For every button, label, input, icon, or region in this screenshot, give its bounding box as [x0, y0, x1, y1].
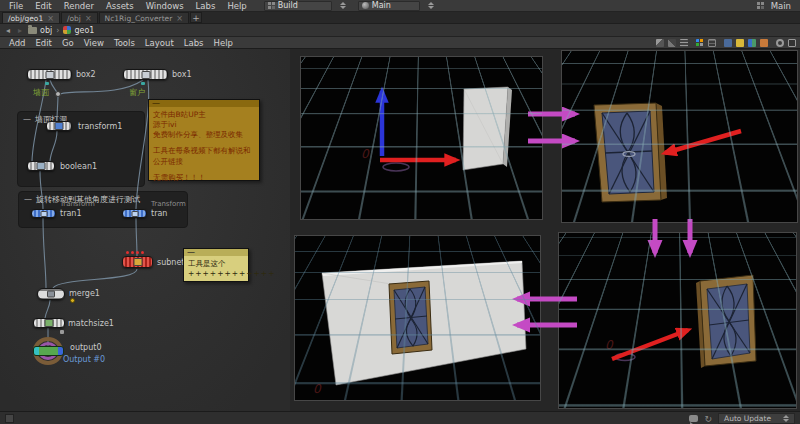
- node-box2-comment: 墙面: [33, 87, 49, 98]
- snap-icon[interactable]: [668, 39, 676, 47]
- menu-help[interactable]: Help: [222, 0, 251, 12]
- node-box1-label: box1: [172, 70, 192, 79]
- node-box2-flag[interactable]: [45, 82, 49, 85]
- notes-icon[interactable]: [736, 39, 744, 47]
- subnet-sop-icon: [133, 258, 142, 266]
- node-merge1-label: merge1: [69, 289, 100, 298]
- node-box2[interactable]: [27, 69, 72, 80]
- net-menu-edit[interactable]: Edit: [30, 38, 56, 48]
- note-collapse-icon[interactable]: —: [152, 99, 160, 108]
- display-options-icon[interactable]: [788, 39, 796, 47]
- scene-stepper[interactable]: [428, 2, 434, 9]
- table-view-icon[interactable]: [708, 39, 716, 47]
- tab-label: Nc1Rig_Converter: [105, 14, 173, 23]
- geometry-icon: [63, 26, 71, 34]
- note-collapse-icon[interactable]: —: [187, 248, 195, 257]
- menu-file[interactable]: File: [4, 0, 28, 12]
- path-breadcrumb-bar: ◂ ▸ obj › geo1: [0, 24, 800, 37]
- menu-edit[interactable]: Edit: [30, 0, 56, 12]
- auto-update-selector[interactable]: Auto Update: [718, 413, 795, 424]
- tab-close-icon[interactable]: ×: [85, 14, 92, 23]
- frame-collapse-icon[interactable]: —: [24, 195, 32, 204]
- pane-handle-icon[interactable]: [5, 414, 14, 423]
- main-menubar: File Edit Render Assets Windows Labs Hel…: [0, 0, 800, 12]
- node-boolean1[interactable]: [27, 161, 55, 171]
- refresh-icon[interactable]: ↻: [704, 414, 712, 424]
- node-tran1-type: Transform: [60, 200, 95, 208]
- merge-sop-icon: [47, 291, 55, 298]
- sticky-note-tool[interactable]: — 工具是这个 ++++++++++++: [183, 248, 249, 282]
- node-matchsize1[interactable]: [33, 318, 65, 328]
- transform-sop-icon: [40, 211, 47, 217]
- tab-obj[interactable]: /obj ×: [61, 12, 98, 23]
- net-menu-layout[interactable]: Layout: [140, 38, 179, 48]
- viewport-scene-door: [562, 51, 798, 223]
- viewport-bottom-left[interactable]: 0: [294, 235, 541, 401]
- sticky-note-credits[interactable]: — 文件由B站UP主 源于ivi 免费制作分享、整理及收集 工具在每条视频下都有…: [148, 99, 260, 181]
- node-boolean1-label: boolean1: [60, 162, 97, 171]
- note-line: 免费制作分享、整理及收集: [153, 130, 255, 140]
- dependency-icon[interactable]: [724, 39, 732, 47]
- desktop-selector[interactable]: Build: [264, 1, 332, 11]
- net-menu-labs[interactable]: Labs: [179, 38, 209, 48]
- list-view-icon[interactable]: [680, 39, 688, 47]
- message-bubble-icon[interactable]: [689, 415, 698, 422]
- desktop-right-label[interactable]: Main: [766, 0, 796, 12]
- node-box1-flag[interactable]: [141, 82, 145, 85]
- tab-label: /obj/geo1: [8, 14, 43, 23]
- note-line: 工具在每条视频下都有解说和公开链接: [153, 146, 255, 166]
- viewport-scene-wall-window: 0: [295, 236, 541, 401]
- menu-render[interactable]: Render: [59, 0, 99, 12]
- node-transform1[interactable]: [46, 121, 72, 131]
- auto-update-stepper[interactable]: [783, 415, 789, 422]
- desktop-grid-icon: [268, 2, 275, 9]
- boolean-sop-icon: [37, 162, 46, 170]
- viewport-scene-door-far: 0: [559, 233, 797, 409]
- desktop-stepper[interactable]: [340, 2, 346, 9]
- node-subnet1[interactable]: [122, 256, 153, 268]
- net-menu-help[interactable]: Help: [209, 38, 238, 48]
- net-menu-tools[interactable]: Tools: [109, 38, 140, 48]
- forward-icon[interactable]: ▸: [16, 26, 24, 35]
- net-menu-view[interactable]: View: [79, 38, 109, 48]
- node-box1[interactable]: [123, 69, 168, 80]
- menu-assets[interactable]: Assets: [101, 0, 139, 12]
- back-icon[interactable]: ◂: [4, 26, 12, 35]
- box-sop-icon: [141, 71, 150, 79]
- node-merge1-warning-badge[interactable]: [70, 298, 75, 303]
- node-tran[interactable]: [122, 209, 147, 218]
- breadcrumb-obj-label: obj: [40, 26, 52, 35]
- note-line: 文件由B站UP主: [153, 110, 255, 120]
- net-menu-add[interactable]: Add: [4, 38, 30, 48]
- frame-collapse-icon[interactable]: —: [23, 115, 31, 124]
- tab-close-icon[interactable]: ×: [176, 14, 183, 23]
- box-pick-icon[interactable]: [760, 39, 768, 47]
- tools-icon[interactable]: [656, 39, 664, 47]
- flags-icon[interactable]: [748, 39, 756, 47]
- grid-view-icon[interactable]: [696, 39, 704, 47]
- note-line: 无需购买！！！: [153, 173, 255, 183]
- breadcrumb-geo1[interactable]: geo1: [63, 26, 94, 35]
- viewport-top-right[interactable]: [561, 50, 798, 223]
- desktop-selector-label: Build: [278, 1, 298, 10]
- search-icon[interactable]: [776, 39, 784, 47]
- node-merge1[interactable]: [37, 288, 65, 300]
- viewport-top-left[interactable]: 0: [300, 56, 543, 220]
- network-editor[interactable]: —墙面打洞 —旋转移动到其他角度进行测试: [0, 49, 290, 411]
- node-output0[interactable]: [33, 346, 64, 356]
- menu-labs[interactable]: Labs: [191, 0, 221, 12]
- breadcrumb-obj[interactable]: obj: [28, 26, 52, 35]
- tab-converter[interactable]: Nc1Rig_Converter ×: [99, 12, 189, 23]
- viewport-bottom-right[interactable]: 0: [558, 232, 797, 409]
- scene-icon: [362, 2, 369, 9]
- auto-update-label: Auto Update: [724, 414, 771, 423]
- tab-close-icon[interactable]: ×: [47, 14, 54, 23]
- menu-windows[interactable]: Windows: [141, 0, 189, 12]
- scene-selector[interactable]: Main: [358, 1, 420, 11]
- tab-add-button[interactable]: +: [190, 12, 202, 23]
- viewport-scene-wall: 0: [301, 57, 543, 220]
- node-tran1[interactable]: [31, 209, 56, 218]
- tab-obj-geo1[interactable]: /obj/geo1 ×: [2, 12, 60, 23]
- net-menu-go[interactable]: Go: [57, 38, 79, 48]
- network-menubar: Add Edit Go View Tools Layout Labs Help: [0, 37, 800, 49]
